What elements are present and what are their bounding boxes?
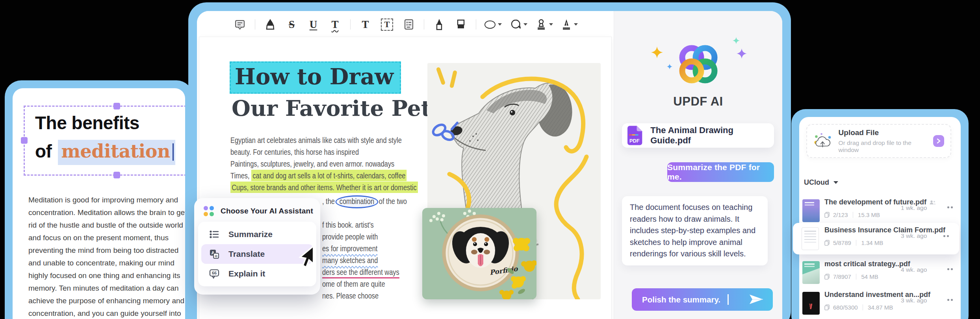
- selection-handle[interactable]: [113, 103, 120, 109]
- squiggly-underline-icon[interactable]: T: [329, 17, 342, 32]
- file-meta: 2/123 15.3 MB: [824, 211, 880, 218]
- doc-line: ders see the different ways: [322, 267, 399, 277]
- doc-line-text: f this book. artist's: [322, 220, 374, 229]
- more-dots-icon[interactable]: [947, 298, 956, 302]
- file-size: 15.3 MB: [858, 211, 880, 218]
- ellipse-shape-icon[interactable]: [484, 17, 502, 32]
- pages-icon: [824, 212, 830, 218]
- toolbar-divider: [350, 19, 351, 30]
- doc-line: f this book. artist's: [322, 220, 374, 230]
- cursor-arrow-icon: [293, 245, 318, 269]
- selected-word-wrap: meditation: [58, 140, 175, 165]
- file-size: 54 MB: [861, 273, 878, 280]
- cloud-source-dropdown[interactable]: UCloud: [804, 178, 838, 187]
- meta-divider: [863, 304, 863, 310]
- doc-line: beauty. For centuries, this horse has in…: [230, 147, 359, 157]
- pencil-icon[interactable]: [432, 17, 446, 32]
- dropdown-caret-icon: [523, 23, 527, 26]
- strikethrough-icon[interactable]: S: [285, 17, 299, 32]
- doc-line-text: nes. Please choose: [322, 291, 379, 300]
- doc-line-text: Egyptian art celebrates animals like cat…: [230, 135, 402, 145]
- file-pages: 680/5300: [833, 304, 858, 311]
- upload-text-block: Upload File Or drag and drop file to the…: [839, 128, 927, 154]
- meta-divider: [856, 274, 857, 280]
- pdf-file-icon: PDF: [627, 126, 644, 145]
- menu-item-label: Explain it: [228, 269, 265, 278]
- highlighted-title-box[interactable]: How to Draw: [230, 61, 401, 94]
- menu-item-label: Summarize: [228, 230, 273, 239]
- cloud-source-label: UCloud: [804, 178, 829, 187]
- screenshot-stage: The benefits ofmeditation Meditation is …: [0, 0, 980, 319]
- dropdown-caret-icon: [498, 23, 502, 26]
- pages-icon: [824, 274, 830, 280]
- meditation-title-line1: The benefits: [35, 112, 175, 134]
- doc-line-text: ome of them are quite: [322, 279, 385, 288]
- file-size: 34.87 MB: [868, 304, 893, 311]
- eraser-icon[interactable]: [454, 17, 468, 32]
- meditation-word: meditation: [61, 141, 170, 162]
- user-chat-bubble: Summarize the PDF for me.: [667, 162, 774, 182]
- chat-input-bar[interactable]: Polish the summary.: [632, 288, 773, 311]
- text-letter: T: [362, 19, 369, 31]
- file-thumbnail: [802, 292, 820, 315]
- yellow-dash: [438, 69, 443, 83]
- file-date: 1 wk. ago: [901, 204, 927, 211]
- selection-handle[interactable]: [21, 137, 28, 144]
- strikethrough-letter: S: [289, 19, 295, 31]
- text-box-icon[interactable]: T: [380, 17, 394, 32]
- squiggle-letter: T: [331, 19, 338, 31]
- file-thumbnail: [802, 199, 820, 222]
- doc-line: Egyptian art celebrates animals like cat…: [230, 135, 402, 145]
- text-caret: [173, 143, 174, 161]
- doc-line-text: Times,: [230, 171, 251, 180]
- upload-title: Upload File: [839, 128, 927, 137]
- file-row-highlighted[interactable]: Business Insurance Claim Form.pdf 5/8789…: [793, 223, 959, 254]
- selection-handle[interactable]: [113, 172, 120, 178]
- yellow-dash: [452, 72, 455, 86]
- wavy-underlined-text: es for improvement: [322, 244, 377, 253]
- upload-go-button[interactable]: [933, 135, 944, 147]
- text-selection-box[interactable]: The benefits ofmeditation: [24, 106, 185, 176]
- circled-text: combination: [335, 195, 378, 208]
- text-icon[interactable]: T: [359, 17, 372, 32]
- more-dots-icon[interactable]: [947, 267, 956, 271]
- signature-icon[interactable]: [561, 17, 578, 32]
- file-meta: 5/8789 1.34 MB: [824, 239, 883, 246]
- more-dots-icon[interactable]: [947, 205, 956, 209]
- text-box-letter: T: [381, 19, 393, 31]
- sparkle-icon: [651, 46, 663, 58]
- doc-line: , the combination of the two: [322, 195, 407, 208]
- translate-icon: A✲: [209, 249, 219, 259]
- send-plane-icon[interactable]: [749, 294, 763, 304]
- file-row[interactable]: Understand investment an...pdf 680/5300 …: [799, 287, 961, 319]
- highlighter-icon[interactable]: [264, 17, 277, 32]
- sparkle-icon: [733, 37, 740, 44]
- doc-line-text: of the two: [377, 197, 407, 206]
- doc-line-text: provide people with: [322, 232, 378, 241]
- doc-line: es for improvement: [322, 244, 377, 253]
- comment-icon[interactable]: [233, 17, 247, 32]
- updf-ai-logo: [669, 35, 728, 95]
- file-date: 4 wk. ago: [901, 266, 927, 273]
- attached-pdf-name: The Animal Drawing Guide.pdf: [650, 125, 774, 146]
- more-dots-icon[interactable]: [943, 234, 952, 238]
- file-name: Business Insurance Claim Form.pdf: [824, 226, 945, 234]
- ai-summary-card: The document focuses on teaching readers…: [622, 196, 768, 265]
- sticky-note-icon[interactable]: [402, 17, 416, 32]
- stamp-icon[interactable]: [536, 17, 553, 32]
- ai-assistant-menu-title: Choose Your AI Assistant: [221, 207, 313, 215]
- dropdown-caret-icon: [549, 23, 553, 26]
- file-row[interactable]: most critical strategy..pdf 7/8907 54 MB…: [799, 256, 961, 290]
- underline-icon[interactable]: U: [307, 17, 320, 32]
- attached-pdf-chip[interactable]: PDF The Animal Drawing Guide.pdf: [622, 123, 774, 148]
- pages-icon: [824, 240, 830, 246]
- meditation-paragraph: Meditation is good for improving memory …: [28, 194, 185, 319]
- meditation-document: The benefits ofmeditation Meditation is …: [13, 88, 185, 319]
- file-pages: 2/123: [833, 211, 848, 218]
- updf-ai-panel: UPDF AI PDF The Animal Drawing Guide.pdf…: [614, 11, 782, 319]
- file-thumbnail: [802, 227, 819, 250]
- callout-shape-icon[interactable]: [510, 17, 527, 32]
- upload-file-card[interactable]: Upload File Or drag and drop file to the…: [806, 124, 951, 158]
- underline-letter: U: [310, 19, 317, 31]
- menu-item-summarize[interactable]: Summarize: [201, 224, 313, 244]
